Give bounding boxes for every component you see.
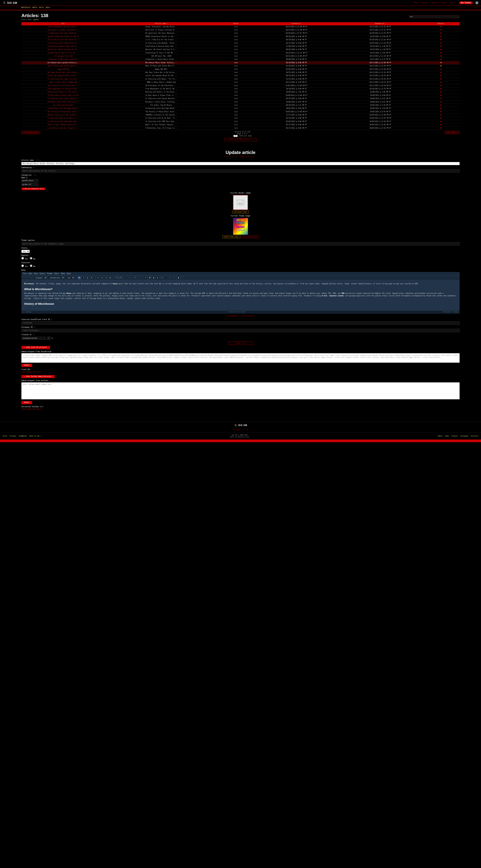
indent-icon[interactable]: ⇥ — [127, 276, 131, 279]
featured-yes[interactable]: Yes — [22, 265, 28, 268]
outdent-icon[interactable]: ⇤ — [123, 276, 126, 279]
details-dot-icon[interactable] — [441, 33, 442, 34]
table-row[interactable]: a-beginners-techno-music-guide-b...A Beg… — [22, 58, 459, 61]
footer-link[interactable]: Giveaways — [460, 435, 469, 437]
col-created-at[interactable]: Created at — [254, 22, 339, 25]
details-dot-icon[interactable] — [441, 118, 442, 119]
table-row[interactable]: happy-303-dayHappy 303 DAY!live03/02/202… — [22, 68, 459, 71]
align-right-icon[interactable]: ☰ — [104, 276, 108, 279]
paragraph-select[interactable]: Paragraph — [33, 276, 47, 279]
details-dot-icon[interactable] — [441, 59, 442, 60]
tiny-logo[interactable]: ⊘ tiny — [453, 311, 458, 313]
table-row[interactable]: consistency-passion-keep-john-di...Consi… — [22, 45, 459, 48]
site-branding-link[interactable]: site branding > — [226, 315, 239, 317]
subheading-input[interactable] — [22, 169, 459, 173]
thumb-caption-input[interactable] — [22, 242, 459, 246]
details-dot-icon[interactable] — [441, 42, 442, 43]
table-row[interactable]: sound-influences-and-new-releas...Sound,… — [22, 25, 459, 29]
bg-color-icon[interactable]: ✎ — [137, 276, 141, 279]
search-box[interactable]: × ⌕ — [409, 15, 459, 18]
font-select[interactable]: Interstate Mono — [48, 276, 65, 279]
table-row[interactable]: in-interview-with-voxnox-mainsta...In In… — [22, 97, 459, 100]
details-dot-icon[interactable] — [441, 75, 442, 76]
col-status[interactable]: Status — [217, 22, 254, 25]
footer-link[interactable]: Articles — [471, 435, 478, 437]
table-row[interactable]: illo-a-new-era-for-the-french-el...il:lo… — [22, 38, 459, 41]
featured-no[interactable]: No — [30, 265, 35, 268]
remove-category-icon[interactable]: × — [36, 184, 37, 186]
buy-tickets-button[interactable]: Buy Tickets — [459, 1, 473, 4]
underline-icon[interactable]: U — [86, 276, 89, 279]
nav-link-music[interactable]: Music — [415, 2, 421, 4]
twitter-icon[interactable]: 𝕏 — [246, 428, 248, 431]
table-row[interactable]: david-geil-is-always-learning-th...David… — [22, 28, 459, 32]
details-dot-icon[interactable] — [441, 95, 442, 96]
details-dot-icon[interactable] — [441, 69, 442, 70]
editor-menu-edit[interactable]: Edit — [29, 273, 32, 275]
col-details[interactable]: Details — [422, 22, 460, 25]
details-dot-icon[interactable] — [441, 52, 442, 53]
list-ul-icon[interactable]: •☰ — [115, 276, 118, 279]
instagram-icon[interactable]: ◎ — [236, 428, 237, 431]
details-dot-icon[interactable] — [441, 127, 442, 129]
details-dot-icon[interactable] — [441, 56, 442, 57]
table-row[interactable]: in-interview-with-iamt-boss-spar...In In… — [22, 120, 459, 123]
prev-page-button[interactable]: < Previous page — [22, 131, 40, 134]
add-header-image-button[interactable]: Add header image — [232, 211, 248, 213]
table-row[interactable]: in-interview-with-an-on-bast-i-c...In In… — [22, 117, 459, 120]
editor-menu-help[interactable]: Help — [67, 273, 71, 275]
footer-link[interactable]: About — [438, 435, 443, 437]
align-justify-icon[interactable]: ▤ — [108, 276, 112, 279]
remove-category-icon[interactable]: × — [36, 180, 37, 182]
remove-thumb-button[interactable]: Remove thumb image — [241, 236, 259, 238]
editor-menu-format[interactable]: Format — [47, 273, 53, 275]
table-icon[interactable]: ▦ — [177, 276, 180, 279]
brand[interactable]: SIX AM — [3, 1, 17, 4]
items-per-page-input[interactable]: 32 — [233, 135, 238, 137]
hide-yt-extractor-button[interactable]: ← Hide YouTube Embed Extractor — [22, 375, 55, 378]
details-dot-icon[interactable] — [441, 101, 442, 102]
details-dot-icon[interactable] — [441, 46, 442, 47]
col-updated-at[interactable]: Updated at — [339, 22, 422, 25]
editor-menu-insert[interactable]: Insert — [40, 273, 45, 275]
soundcloud-icon[interactable]: ☁ — [241, 428, 242, 431]
footer-link[interactable]: Tickets — [451, 435, 458, 437]
details-dot-icon[interactable] — [441, 98, 442, 99]
embed-yt-textarea[interactable] — [22, 382, 459, 399]
details-dot-icon[interactable] — [441, 72, 442, 73]
editor-content[interactable]: Microhouse. The minimal, clicky, poppy, … — [22, 280, 459, 310]
table-row[interactable]: endo-is-dance-musics-hidden-gemENDO is D… — [22, 81, 459, 84]
submit-yt-button[interactable]: Submit — [22, 401, 32, 404]
details-dot-icon[interactable] — [441, 49, 442, 50]
editor-menu-file[interactable]: File — [23, 273, 27, 275]
table-row[interactable]: 35-best-house-techno-clubs-in-asia35 Bes… — [22, 94, 459, 97]
undo-icon[interactable]: ↶ — [23, 276, 27, 279]
next-page-button[interactable]: Next page > — [445, 131, 459, 134]
details-dot-icon[interactable] — [441, 124, 442, 125]
text-color-icon[interactable]: A — [133, 276, 137, 279]
table-row[interactable]: celebrating-latin-heritage-month...Celeb… — [22, 107, 459, 110]
redo-icon[interactable]: ↷ — [27, 276, 31, 279]
table-row[interactable]: what-if-house-and-techno-were-fr...What … — [22, 64, 459, 68]
align-center-icon[interactable]: ≣ — [100, 276, 104, 279]
footer-link[interactable]: Shop — [445, 435, 449, 437]
details-dot-icon[interactable] — [441, 79, 442, 80]
export-button[interactable]: Export all 138 articles > — [225, 138, 256, 141]
strike-icon[interactable]: S — [90, 276, 93, 279]
youtube-icon[interactable]: ▶ — [238, 428, 239, 431]
giveaway-id-input[interactable] — [22, 329, 459, 332]
align-left-icon[interactable]: ≡ — [96, 276, 100, 279]
table-row[interactable]: the-history-of-house-music-start...The H… — [22, 110, 459, 113]
details-dot-icon[interactable] — [441, 82, 442, 83]
details-dot-icon[interactable] — [441, 121, 442, 122]
table-row[interactable]: in-interview-with-orbak-flesh-to...In In… — [22, 41, 459, 45]
emoji-icon[interactable]: ☺ — [168, 276, 172, 279]
fullscreen-icon[interactable]: ⛶ — [181, 276, 184, 279]
bold-icon[interactable]: B — [77, 276, 81, 279]
table-row[interactable]: pride-celebration-events-in-the-usPRIDE … — [22, 35, 459, 38]
category-chip[interactable]: guides-house× — [22, 179, 38, 182]
col-id[interactable]: ID — [22, 22, 105, 25]
table-row[interactable]: who-says-techno-has-to-be-seriou...Who S… — [22, 71, 459, 74]
details-dot-icon[interactable] — [441, 114, 442, 116]
hide-sc-extractor-button[interactable]: ← Hide track ID extractor — [22, 346, 50, 349]
